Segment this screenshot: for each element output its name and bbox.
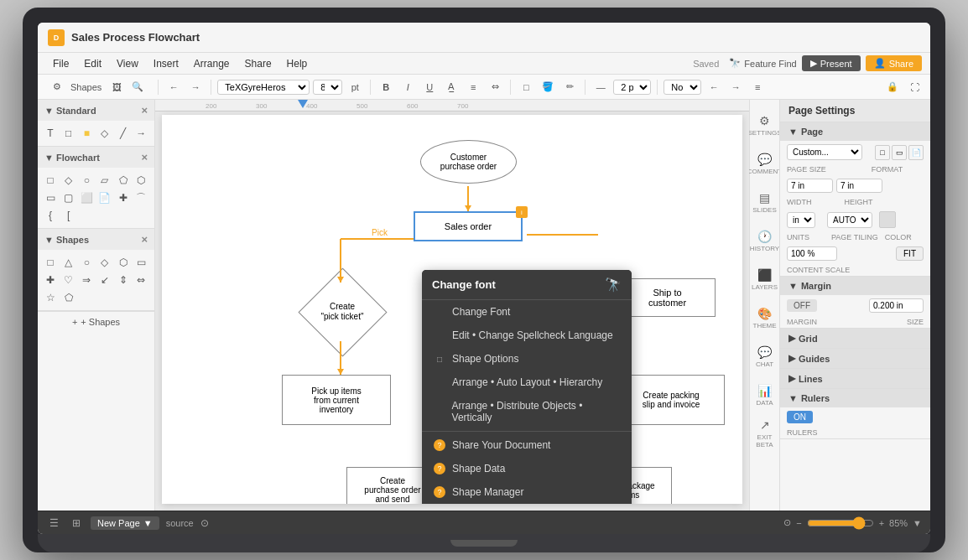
shape-text[interactable]: T	[43, 126, 58, 141]
page-format-3[interactable]: 📄	[908, 145, 924, 160]
share-button[interactable]: 👤 Share	[866, 55, 922, 71]
canvas-area[interactable]: 200 300 400 500 600 700	[155, 100, 749, 511]
line-none-select[interactable]: None	[664, 80, 701, 95]
image-btn[interactable]: 🖼	[107, 78, 126, 96]
font-family-select[interactable]: TeXGyreHeros	[217, 80, 310, 95]
data-tab[interactable]: 📊 DATA	[752, 376, 778, 413]
height-input[interactable]	[836, 179, 882, 193]
menu-arrange[interactable]: Arrange	[187, 56, 237, 71]
create-pick-ticket-node[interactable]: Create"pick ticket"	[288, 278, 397, 345]
settings-tab[interactable]: ⚙ SETTINGS	[752, 106, 778, 143]
page-format-2[interactable]: ▭	[892, 145, 907, 160]
page-size-select[interactable]: Custom...	[787, 144, 862, 160]
font-size-select[interactable]: 8	[313, 80, 342, 95]
bold-button[interactable]: B	[377, 78, 395, 96]
zoom-minus[interactable]: −	[796, 518, 801, 528]
extra-rect[interactable]: □	[43, 255, 58, 270]
ship-to-customer-node[interactable]: Ship tocustomer	[619, 278, 716, 317]
shape-line[interactable]: ╱	[116, 126, 131, 141]
undo-button[interactable]: ←	[164, 78, 183, 96]
fill-color[interactable]: 🪣	[539, 78, 557, 96]
flow-diamond[interactable]: ◇	[61, 173, 76, 188]
menu-file[interactable]: File	[46, 56, 75, 71]
units-select[interactable]: in	[787, 212, 815, 228]
extra-arrow-ud[interactable]: ⇕	[116, 272, 131, 288]
grid-section-header[interactable]: ▶ Grid	[780, 329, 930, 348]
extra-circle[interactable]: ○	[79, 255, 94, 270]
new-page-button[interactable]: New Page ▼	[91, 516, 159, 530]
flow-double-rect[interactable]: ⬜	[79, 190, 94, 205]
extra-cross[interactable]: ✚	[43, 272, 58, 288]
connection-toggle[interactable]: ≡	[748, 78, 767, 96]
extra-ellipse[interactable]: ▭	[133, 255, 148, 270]
pick-up-items-node[interactable]: Pick up itemsfrom currentinventory	[282, 375, 391, 425]
menu-shape-data[interactable]: ? Shape Data	[422, 457, 632, 480]
page-section-header[interactable]: ▼ Page	[780, 122, 930, 141]
flow-trapezoid[interactable]: ⬠	[116, 173, 131, 188]
extra-hex[interactable]: ⬡	[116, 255, 131, 270]
present-button[interactable]: ▶ Present	[802, 55, 861, 71]
canvas-content[interactable]: Pick	[162, 115, 742, 504]
theme-tab[interactable]: 🎨 THEME	[752, 299, 778, 336]
settings-circle-icon[interactable]: ⊙	[200, 517, 209, 529]
flow-bracket[interactable]: [	[61, 208, 76, 223]
flow-rounded[interactable]: ▢	[61, 190, 76, 205]
width-input[interactable]	[787, 179, 833, 193]
flowchart-close[interactable]: ×	[141, 151, 148, 163]
menu-shape-manager[interactable]: ? Shape Manager	[422, 480, 632, 504]
extra-diamond[interactable]: ◇	[97, 255, 112, 270]
zoom-dropdown-icon[interactable]: ▼	[913, 518, 922, 528]
line-style[interactable]: —	[591, 78, 610, 96]
menu-edit[interactable]: Edit	[77, 56, 108, 71]
zoom-plus[interactable]: +	[879, 518, 884, 528]
italic-button[interactable]: I	[398, 78, 417, 96]
arrow-right[interactable]: →	[726, 78, 745, 96]
menu-share-doc[interactable]: ? Share Your Document	[422, 433, 632, 457]
flowchart-section-header[interactable]: ▼ Flowchart ×	[38, 147, 154, 168]
sales-order-node[interactable]: Sales order i	[414, 211, 523, 241]
shape-rect[interactable]: □	[61, 126, 76, 141]
standard-close[interactable]: ×	[141, 104, 148, 117]
list-view-button[interactable]: ☰	[46, 516, 62, 531]
text-align-left[interactable]: A̲	[442, 78, 461, 96]
flow-chevron[interactable]: ⌒	[133, 190, 148, 205]
shape-arrow[interactable]: →	[133, 126, 148, 141]
create-packing-node[interactable]: Create packingslip and invoice	[617, 375, 725, 425]
extra-penta[interactable]: ⬠	[61, 290, 76, 305]
margin-toggle[interactable]: OFF	[787, 299, 817, 312]
zoom-slider[interactable]	[807, 516, 874, 530]
menu-shape-options[interactable]: □ Shape Options	[422, 347, 632, 371]
source-button[interactable]: source	[166, 518, 194, 528]
menu-auto-layout[interactable]: Arrange • Auto Layout • Hierarchy	[422, 371, 632, 394]
layers-tab[interactable]: ⬛ LAYERS	[752, 261, 778, 298]
lock-icon[interactable]: 🔒	[883, 78, 902, 96]
tiling-select[interactable]: AUTO	[827, 212, 872, 228]
stroke-width-select[interactable]: 2 px	[613, 80, 651, 95]
redo-button[interactable]: →	[186, 78, 205, 96]
flow-rect2[interactable]: ▭	[43, 190, 58, 205]
rulers-section-header[interactable]: ▼ Rulers	[780, 389, 930, 407]
line-color[interactable]: ✏	[560, 78, 579, 96]
flow-parallelogram[interactable]: ▱	[97, 173, 112, 188]
feature-find-button[interactable]: 🔭 Feature Find	[729, 58, 796, 69]
shape-diamond[interactable]: ◇	[97, 126, 112, 141]
arrow-left[interactable]: ←	[705, 78, 723, 96]
shapes-close[interactable]: ×	[141, 233, 148, 246]
fullscreen-icon[interactable]: ⛶	[905, 78, 924, 96]
align-left-icon[interactable]: ≡	[464, 78, 482, 96]
flow-cylinder[interactable]: ⬡	[133, 173, 148, 188]
chat-tab[interactable]: 💬 CHAT	[752, 338, 778, 375]
menu-help[interactable]: Help	[280, 56, 315, 71]
text-direction[interactable]: ⇔	[486, 78, 504, 96]
content-scale-input[interactable]	[787, 246, 837, 261]
menu-change-spellcheck[interactable]: Edit • Change Spellcheck Language	[422, 324, 632, 347]
extra-tri[interactable]: △	[61, 255, 76, 270]
menu-share[interactable]: Share	[238, 56, 278, 71]
menu-insert[interactable]: Insert	[147, 56, 185, 71]
flow-cross[interactable]: ✚	[116, 190, 131, 205]
customer-po-node[interactable]: Customerpurchase order	[420, 140, 517, 184]
extra-arrow-lr[interactable]: ⇔	[133, 272, 148, 288]
shape-square-fill[interactable]: ■	[79, 126, 94, 141]
page-format-1[interactable]: □	[875, 145, 890, 160]
history-tab[interactable]: 🕐 HISTORY	[752, 222, 778, 259]
